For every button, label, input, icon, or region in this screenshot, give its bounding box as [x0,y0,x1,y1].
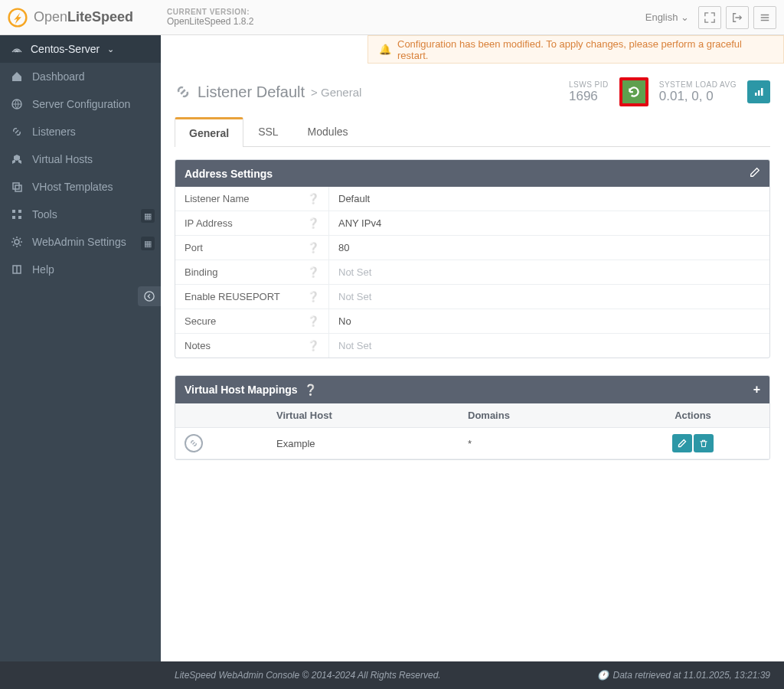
panel-title: Address Settings [185,168,273,180]
svg-point-9 [145,292,154,301]
domains-cell: * [459,432,616,456]
link-icon [185,434,203,452]
clock-icon: 🕐 [597,670,609,681]
help-icon[interactable]: ❔ [304,384,317,396]
sidebar: Centos-Server ⌄ Dashboard Server Configu… [0,35,161,661]
row-label: Port❔ [175,236,328,260]
help-icon[interactable]: ❔ [307,340,319,351]
nav-dashboard[interactable]: Dashboard [0,63,161,90]
home-icon [11,70,23,83]
svg-rect-12 [761,88,763,96]
row-label: Listener Name❔ [175,187,328,211]
row-label: IP Address❔ [175,211,328,235]
globe-icon [11,98,23,110]
svg-rect-2 [13,183,19,189]
add-mapping-button[interactable]: + [753,383,760,397]
svg-rect-5 [18,210,21,213]
edit-mapping-button[interactable] [672,434,692,452]
collapse-sidebar-button[interactable] [138,286,161,306]
config-modified-alert: 🔔 Configuration has been modified. To ap… [368,35,784,64]
settings-row: Enable REUSEPORT❔Not Set [175,285,769,309]
row-value: Not Set [328,285,769,309]
logo[interactable]: OpenLiteSpeed [8,8,161,28]
page-header: Listener Default > General LSWS PID 1696… [175,77,770,106]
version-block: CURRENT VERSION: OpenLiteSpeed 1.8.2 [161,8,641,27]
graceful-restart-button[interactable] [619,77,648,106]
footer: LiteSpeed WebAdmin Console © 2014-2024 A… [0,661,784,689]
nav-tools[interactable]: Tools▦ [0,201,161,228]
help-icon[interactable]: ❔ [307,193,319,204]
edit-icon [750,167,760,178]
restart-icon [627,85,641,99]
help-icon[interactable]: ❔ [307,291,319,302]
chevron-down-icon: ⌄ [681,11,689,23]
retrieved-text: Data retrieved at 11.01.2025, 13:21:39 [613,670,770,681]
svg-rect-6 [12,216,15,219]
tab-ssl[interactable]: SSL [243,117,292,146]
vhost-mappings-panel: Virtual Host Mappings ❔ + Virtual Host D… [175,375,770,460]
svg-rect-7 [18,216,21,219]
grid-icon [11,208,23,220]
row-value: Not Set [328,260,769,284]
nav-listeners[interactable]: Listeners [0,118,161,145]
chart-icon [753,86,765,98]
svg-rect-10 [755,93,757,96]
delete-mapping-button[interactable] [694,434,714,452]
realtime-stats-button[interactable] [747,80,770,103]
link-icon [175,83,191,100]
svg-rect-4 [12,210,15,213]
expand-icon[interactable]: ▦ [141,237,155,250]
top-bar: OpenLiteSpeed CURRENT VERSION: OpenLiteS… [0,0,784,35]
row-label: Binding❔ [175,260,328,284]
server-selector[interactable]: Centos-Server ⌄ [0,35,161,63]
language-selector[interactable]: English ⌄ [641,8,694,26]
svg-rect-3 [15,185,21,191]
address-settings-panel: Address Settings Listener Name❔DefaultIP… [175,159,770,358]
nav-menu: Dashboard Server Configuration Listeners… [0,63,161,283]
row-label: Notes❔ [175,334,328,358]
row-value: Not Set [328,334,769,358]
nav-webadmin-settings[interactable]: WebAdmin Settings▦ [0,228,161,256]
svg-point-8 [15,240,19,244]
fullscreen-button[interactable] [698,6,721,29]
settings-row: Listener Name❔Default [175,187,769,211]
help-icon[interactable]: ❔ [307,242,319,253]
tab-general[interactable]: General [175,117,243,147]
version-value: OpenLiteSpeed 1.8.2 [167,16,641,27]
chevron-down-icon: ⌄ [107,44,114,54]
logout-button[interactable] [726,6,749,29]
cubes-icon [11,153,23,165]
row-label: Enable REUSEPORT❔ [175,285,328,309]
copyright-text: LiteSpeed WebAdmin Console © 2014-2024 A… [175,670,441,681]
edit-address-button[interactable] [750,167,760,180]
page-title: Listener Default > General [175,83,361,101]
vhost-cell: Example [267,432,459,456]
settings-row: IP Address❔ANY IPv4 [175,211,769,236]
mappings-table-header: Virtual Host Domains Actions [175,403,769,428]
panel-title: Virtual Host Mappings [185,384,298,396]
svg-rect-11 [758,90,760,96]
nav-virtual-hosts[interactable]: Virtual Hosts [0,145,161,173]
brand-icon [8,8,28,28]
row-value: Default [328,187,769,211]
copy-icon [11,181,23,193]
version-label: CURRENT VERSION: [167,8,641,16]
row-label: Secure❔ [175,309,328,333]
help-icon[interactable]: ❔ [307,315,319,327]
settings-row: Port❔80 [175,236,769,260]
menu-button[interactable] [753,6,776,29]
brand-text: OpenLiteSpeed [34,9,133,25]
signal-icon [11,43,23,55]
nav-vhost-templates[interactable]: VHost Templates [0,173,161,201]
settings-row: Binding❔Not Set [175,260,769,285]
expand-icon[interactable]: ▦ [141,209,155,223]
nav-help[interactable]: Help [0,256,161,283]
tabs: General SSL Modules [175,117,770,147]
help-icon[interactable]: ❔ [307,217,319,229]
server-name: Centos-Server [31,43,100,55]
help-icon[interactable]: ❔ [307,266,319,278]
nav-server-config[interactable]: Server Configuration [0,90,161,118]
book-icon [11,263,23,276]
bell-icon: 🔔 [379,44,391,55]
tab-modules[interactable]: Modules [293,117,363,146]
